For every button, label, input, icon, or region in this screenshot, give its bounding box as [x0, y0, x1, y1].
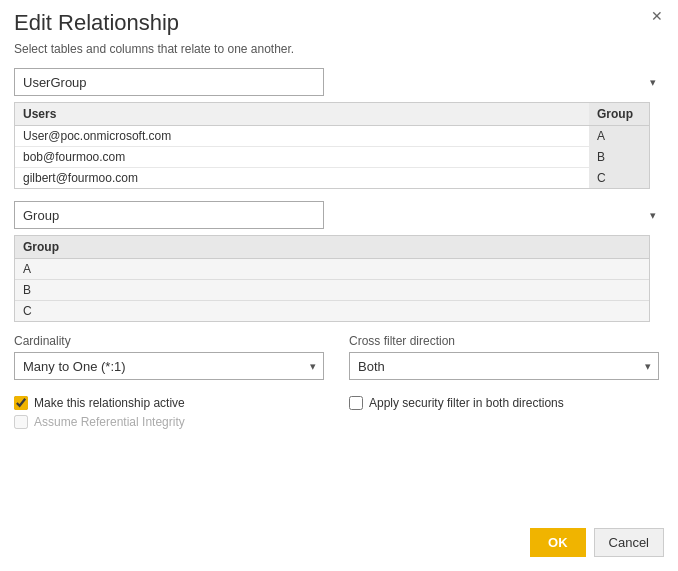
- table1-row: bob@fourmoo.comB: [15, 147, 649, 168]
- dialog-subtitle: Select tables and columns that relate to…: [14, 42, 664, 56]
- cell-group-val: A: [15, 259, 649, 280]
- table1-row: gilbert@fourmoo.comC: [15, 168, 649, 189]
- table2-row: C: [15, 301, 649, 322]
- cell-users: gilbert@fourmoo.com: [15, 168, 589, 189]
- footer-buttons: OK Cancel: [530, 528, 664, 557]
- cell-users: bob@fourmoo.com: [15, 147, 589, 168]
- table1-row: User@poc.onmicrosoft.comA: [15, 126, 649, 147]
- table1-dropdown-wrapper: UserGroup: [14, 68, 664, 96]
- security-label: Apply security filter in both directions: [369, 396, 564, 410]
- edit-relationship-dialog: ✕ Edit Relationship Select tables and co…: [0, 0, 678, 571]
- active-checkbox[interactable]: [14, 396, 28, 410]
- security-checkbox[interactable]: [349, 396, 363, 410]
- col-header-group: Group: [589, 103, 649, 126]
- cardinality-dropdown[interactable]: Many to One (*:1)One to One (1:1)One to …: [14, 352, 324, 380]
- cross-filter-dropdown[interactable]: BothSingle: [349, 352, 659, 380]
- cross-filter-dropdown-wrapper: BothSingle: [349, 352, 659, 380]
- cardinality-col: Cardinality Many to One (*:1)One to One …: [14, 334, 329, 386]
- right-checkboxes: Apply security filter in both directions: [349, 396, 664, 434]
- cell-group-val: B: [15, 280, 649, 301]
- checkbox-row-container: Make this relationship active Assume Ref…: [14, 396, 664, 434]
- active-label: Make this relationship active: [34, 396, 185, 410]
- table1: Users Group User@poc.onmicrosoft.comAbob…: [15, 103, 649, 188]
- table2-row: B: [15, 280, 649, 301]
- table1-container: Users Group User@poc.onmicrosoft.comAbob…: [14, 102, 650, 189]
- cell-group: C: [589, 168, 649, 189]
- cell-group: B: [589, 147, 649, 168]
- cell-group-val: C: [15, 301, 649, 322]
- col-header-users: Users: [15, 103, 589, 126]
- col2-header-group: Group: [15, 236, 649, 259]
- cell-users: User@poc.onmicrosoft.com: [15, 126, 589, 147]
- referential-checkbox[interactable]: [14, 415, 28, 429]
- table2: Group ABC: [15, 236, 649, 321]
- cardinality-label: Cardinality: [14, 334, 329, 348]
- cell-group: A: [589, 126, 649, 147]
- settings-row: Cardinality Many to One (*:1)One to One …: [14, 334, 664, 386]
- ok-button[interactable]: OK: [530, 528, 586, 557]
- table2-container: Group ABC: [14, 235, 650, 322]
- active-checkbox-row: Make this relationship active: [14, 396, 329, 410]
- dialog-title: Edit Relationship: [14, 10, 664, 36]
- table1-dropdown[interactable]: UserGroup: [14, 68, 324, 96]
- cross-filter-label: Cross filter direction: [349, 334, 664, 348]
- table2-dropdown-wrapper: Group: [14, 201, 664, 229]
- left-checkboxes: Make this relationship active Assume Ref…: [14, 396, 329, 434]
- referential-label: Assume Referential Integrity: [34, 415, 185, 429]
- table2-row: A: [15, 259, 649, 280]
- table2-dropdown[interactable]: Group: [14, 201, 324, 229]
- cardinality-dropdown-wrapper: Many to One (*:1)One to One (1:1)One to …: [14, 352, 324, 380]
- close-button[interactable]: ✕: [646, 6, 668, 26]
- cross-filter-col: Cross filter direction BothSingle: [349, 334, 664, 386]
- cancel-button[interactable]: Cancel: [594, 528, 664, 557]
- security-checkbox-row: Apply security filter in both directions: [349, 396, 664, 410]
- referential-checkbox-row: Assume Referential Integrity: [14, 415, 329, 429]
